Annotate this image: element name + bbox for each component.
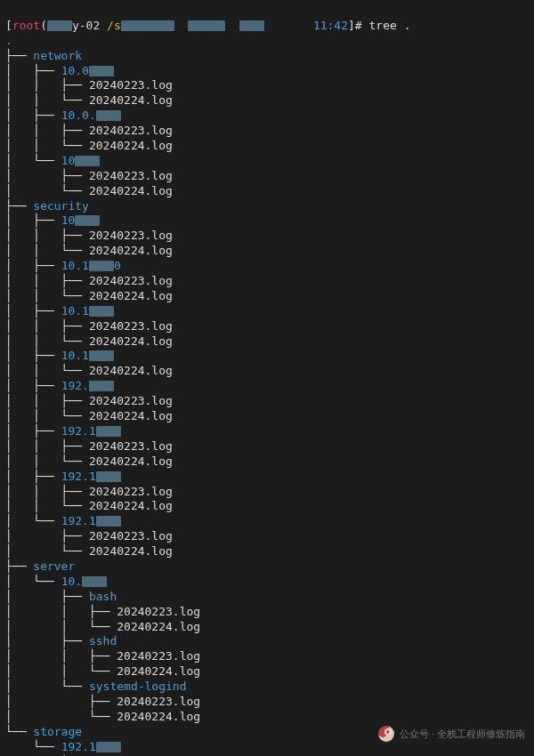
wechat-watermark: 公众号 · 全栈工程师修炼指南 xyxy=(378,726,525,742)
wechat-icon xyxy=(378,726,394,742)
terminal-output: [root(y-02 /s 11:42]# tree . . ├── netwo… xyxy=(0,0,534,756)
watermark-text: 公众号 · 全栈工程师修炼指南 xyxy=(400,728,525,740)
